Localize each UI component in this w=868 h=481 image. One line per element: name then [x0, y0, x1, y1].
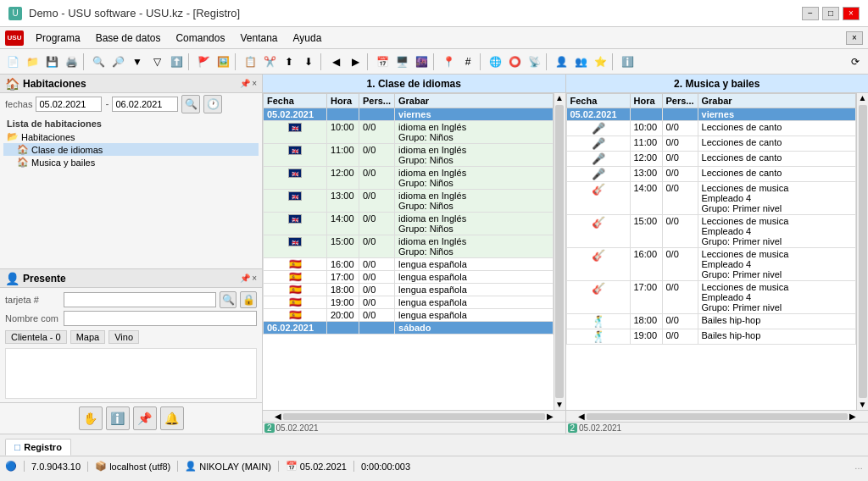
s1-col-fecha[interactable]: Fecha: [264, 94, 327, 108]
schedule-2-scroll[interactable]: Fecha Hora Pers... Grabar 05.02.2021 vie…: [566, 93, 857, 410]
s2-col-fecha[interactable]: Fecha: [566, 94, 630, 108]
tb-user[interactable]: 👤: [552, 53, 570, 71]
tb-filter2[interactable]: ▽: [147, 53, 166, 71]
s2-hscroll-left[interactable]: ◀: [578, 412, 585, 421]
tb-print[interactable]: 🖨️: [62, 53, 81, 71]
tb-monitor[interactable]: 🖥️: [392, 53, 411, 71]
table-row[interactable]: 🇬🇧 14:00 0/0 idioma en InglésGrupo: Niño…: [264, 213, 554, 235]
tb-next[interactable]: ▶: [346, 53, 364, 71]
mapa-btn[interactable]: Mapa: [70, 330, 106, 344]
panel-close-icon[interactable]: ×: [252, 79, 257, 88]
tree-root[interactable]: 📂 Habitaciones: [3, 130, 259, 143]
tb-zoom[interactable]: 🔎: [108, 53, 127, 71]
table-row[interactable]: 🇪🇸 19:00 0/0 lengua española: [264, 296, 554, 309]
s2-scroll-up[interactable]: ▲: [858, 93, 868, 103]
minimize-button[interactable]: −: [802, 7, 819, 20]
tb-save[interactable]: 💾: [42, 53, 61, 71]
tb-img2[interactable]: 🌆: [412, 53, 431, 71]
s1-col-pers[interactable]: Pers...: [359, 94, 395, 108]
tb-filter[interactable]: ▼: [128, 53, 147, 71]
table-row[interactable]: 🎸 16:00 0/0 Lecciones de musicaEmpleado …: [566, 248, 856, 281]
menu-base-datos[interactable]: Base de datos: [89, 30, 168, 46]
tb-flag[interactable]: 🚩: [194, 53, 213, 71]
tb-copy[interactable]: 📋: [241, 53, 259, 71]
table-row[interactable]: 🎤 11:00 0/0 Lecciones de canto: [566, 136, 856, 152]
table-row[interactable]: 🕺 18:00 0/0 Bailes hip-hop: [566, 314, 856, 329]
s1-col-grabar[interactable]: Grabar: [395, 94, 553, 108]
table-row[interactable]: 06.02.2021 sábado: [264, 322, 554, 334]
clientela-btn[interactable]: Clientela - 0: [5, 330, 67, 344]
table-row[interactable]: 🎤 12:00 0/0 Lecciones de canto: [566, 152, 856, 167]
s1-col-hora[interactable]: Hora: [327, 94, 359, 108]
s1-scroll-up[interactable]: ▲: [554, 93, 565, 103]
nombre-input[interactable]: [64, 311, 257, 326]
tarjeta-input[interactable]: [64, 292, 216, 307]
menu-ventana[interactable]: Ventana: [233, 30, 284, 46]
tb-right-btn[interactable]: ⟳: [846, 53, 865, 71]
tb-circle[interactable]: ⭕: [505, 53, 524, 71]
info-icon-btn[interactable]: ℹ️: [106, 406, 130, 430]
date-search-btn[interactable]: 🔍: [181, 95, 200, 113]
tb-users[interactable]: 👥: [571, 53, 590, 71]
s1-hscroll-left[interactable]: ◀: [275, 412, 281, 421]
presente-close-icon[interactable]: ×: [252, 274, 257, 283]
tb-prev[interactable]: ◀: [326, 53, 345, 71]
table-row[interactable]: 🇪🇸 17:00 0/0 lengua española: [264, 271, 554, 284]
table-row[interactable]: 🎸 15:00 0/0 Lecciones de musicaEmpleado …: [566, 215, 856, 248]
tb-hash[interactable]: #: [459, 53, 477, 71]
tarjeta-lock-btn[interactable]: 🔒: [240, 291, 257, 308]
s2-col-grabar[interactable]: Grabar: [698, 94, 855, 108]
tb-cut[interactable]: ✂️: [260, 53, 279, 71]
table-row[interactable]: 🇬🇧 12:00 0/0 idioma en InglésGrupo: Niño…: [264, 167, 554, 190]
tb-star[interactable]: ⭐: [591, 53, 609, 71]
menu-ayuda[interactable]: Ayuda: [287, 30, 329, 46]
s2-hscroll-right[interactable]: ▶: [849, 412, 856, 421]
tb-sort[interactable]: ⬆️: [167, 53, 186, 71]
table-row[interactable]: 🇪🇸 18:00 0/0 lengua española: [264, 284, 554, 296]
tb-image[interactable]: 🖼️: [214, 53, 232, 71]
table-row[interactable]: 05.02.2021 viernes: [566, 108, 856, 121]
schedule-1-scroll[interactable]: Fecha Hora Pers... Grabar 05.02.2021 vie…: [263, 93, 554, 410]
panel-pin-icon[interactable]: 📌: [240, 79, 250, 88]
menu-close-icon[interactable]: ×: [846, 31, 863, 45]
table-row[interactable]: 🎸 17:00 0/0 Lecciones de musicaEmpleado …: [566, 281, 856, 314]
table-row[interactable]: 🇪🇸 20:00 0/0 lengua española: [264, 309, 554, 322]
table-row[interactable]: 🇪🇸 16:00 0/0 lengua española: [264, 258, 554, 271]
s1-hscroll-right[interactable]: ▶: [547, 412, 554, 421]
tree-child-2[interactable]: 🏠 Musica y bailes: [3, 156, 259, 169]
table-row[interactable]: 🇬🇧 15:00 0/0 idioma en InglésGrupo: Niño…: [264, 235, 554, 258]
s2-col-hora[interactable]: Hora: [630, 94, 662, 108]
s2-col-pers[interactable]: Pers...: [662, 94, 698, 108]
tb-calendar[interactable]: 📅: [373, 53, 392, 71]
tab-registro[interactable]: □ Registro: [5, 439, 71, 456]
tb-rss[interactable]: 📡: [525, 53, 543, 71]
tb-down[interactable]: ⬇: [299, 53, 318, 71]
table-row[interactable]: 05.02.2021 viernes: [264, 108, 554, 121]
menu-programa[interactable]: Programa: [29, 30, 87, 46]
vino-btn[interactable]: Vino: [108, 330, 139, 344]
tb-pin[interactable]: 📍: [439, 53, 458, 71]
table-row[interactable]: 🕺 19:00 0/0 Bailes hip-hop: [566, 329, 856, 345]
tree-child-1[interactable]: 🏠 Clase de idiomas: [3, 143, 259, 156]
menu-comandos[interactable]: Comandos: [169, 30, 231, 46]
tb-new[interactable]: 📄: [3, 53, 22, 71]
pin-icon-btn[interactable]: 📌: [133, 406, 157, 430]
table-row[interactable]: 🎤 10:00 0/0 Lecciones de canto: [566, 121, 856, 136]
table-row[interactable]: 🎸 14:00 0/0 Lecciones de musicaEmpleado …: [566, 182, 856, 215]
tb-search[interactable]: 🔍: [89, 53, 108, 71]
tb-info[interactable]: ℹ️: [618, 53, 637, 71]
restore-button[interactable]: □: [822, 7, 839, 20]
date-to-input[interactable]: [112, 97, 178, 112]
tb-up[interactable]: ⬆: [280, 53, 298, 71]
date-from-input[interactable]: [36, 97, 102, 112]
close-button[interactable]: ×: [843, 7, 860, 20]
table-row[interactable]: 🇬🇧 13:00 0/0 idioma en InglésGrupo: Niño…: [264, 190, 554, 213]
tb-globe[interactable]: 🌐: [486, 53, 504, 71]
date-clock-btn[interactable]: 🕐: [203, 95, 222, 113]
s1-scroll-down[interactable]: ▼: [554, 400, 565, 410]
tarjeta-search-btn[interactable]: 🔍: [220, 291, 236, 308]
hand-icon-btn[interactable]: ✋: [79, 406, 103, 430]
s2-scroll-down[interactable]: ▼: [858, 400, 868, 410]
tb-open[interactable]: 📁: [23, 53, 42, 71]
table-row[interactable]: 🇬🇧 11:00 0/0 idioma en InglésGrupo: Niño…: [264, 144, 554, 167]
